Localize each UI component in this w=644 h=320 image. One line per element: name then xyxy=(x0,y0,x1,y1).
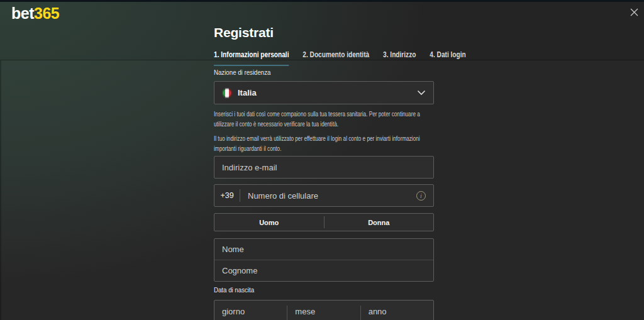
country-select[interactable]: Italia xyxy=(214,81,434,104)
paragraph-line: importanti riguardanti il conto. xyxy=(214,145,387,155)
country-selected-value: Italia xyxy=(238,88,257,97)
phone-prefix: +39 xyxy=(214,191,240,200)
left-edge-shade xyxy=(0,60,1,320)
email-info-paragraph: Il tuo indirizzo email verrà utilizzato … xyxy=(214,135,435,154)
tab-dati-login[interactable]: 4. Dati login xyxy=(430,50,465,66)
dob-day-input[interactable] xyxy=(214,301,287,320)
step-tabs: 1. Informazioni personali 2. Documento i… xyxy=(214,50,466,66)
bet365-logo[interactable]: bet365 xyxy=(11,4,59,23)
dob-label: Data di nascita xyxy=(214,286,254,294)
paragraph-line: utilizzare il conto è necessario verific… xyxy=(214,120,387,130)
logo-text-bet: bet xyxy=(11,4,34,22)
logo-text-365: 365 xyxy=(34,4,59,22)
gender-female-button[interactable]: Donna xyxy=(325,214,434,231)
paragraph-line: Il tuo indirizzo email verrà utilizzato … xyxy=(214,135,387,145)
info-icon[interactable]: i xyxy=(416,191,426,201)
dob-year-input[interactable] xyxy=(361,301,433,320)
italy-flag-icon xyxy=(222,88,232,98)
close-icon xyxy=(630,8,639,17)
close-button[interactable] xyxy=(627,5,641,19)
country-label: Nazione di residenza xyxy=(214,69,270,76)
gender-male-button[interactable]: Uomo xyxy=(214,214,324,231)
chevron-down-icon xyxy=(417,90,426,96)
email-field xyxy=(214,156,434,179)
phone-field: +39 i xyxy=(214,184,434,207)
first-name-input[interactable] xyxy=(214,239,433,260)
name-fields xyxy=(214,238,434,282)
tab-indirizzo[interactable]: 3. Indirizzo xyxy=(383,50,416,66)
dob-fields xyxy=(214,300,434,320)
identity-info-paragraph: Inserisci i tuoi dati così come compaion… xyxy=(214,110,435,130)
phone-input[interactable] xyxy=(240,185,416,206)
dob-month-input[interactable] xyxy=(287,301,360,320)
tab-informazioni-personali[interactable]: 1. Informazioni personali xyxy=(214,50,289,66)
page-title: Registrati xyxy=(214,25,274,40)
paragraph-line: Inserisci i tuoi dati così come compaion… xyxy=(214,110,387,120)
email-input[interactable] xyxy=(214,157,433,178)
gender-toggle: Uomo Donna xyxy=(214,213,434,231)
tab-documento-identita[interactable]: 2. Documento identità xyxy=(303,50,369,66)
registration-overlay: bet365 Registrati 1. Informazioni person… xyxy=(0,0,644,320)
last-name-input[interactable] xyxy=(214,260,433,281)
